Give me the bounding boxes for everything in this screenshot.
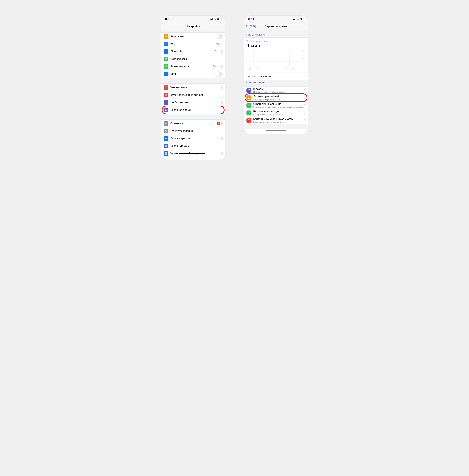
option-row-clock[interactable]: В покоеПланируйте время не за экраном. [244,86,308,94]
settings-row-speaker[interactable]: Звуки, тактильные сигналы [161,91,225,99]
row-label: Экран «Домой» [170,144,221,148]
chevron-right-icon [221,51,223,52]
wifi-icon [214,18,217,20]
updated-footer: Обновлено: сегодня, 15:14 [244,80,308,86]
settings-row-bell[interactable]: Уведомления [161,84,225,91]
row-label: Звуки, тактильные сигналы [170,93,221,97]
settings-row-antenna[interactable]: Сотовая связь [161,55,225,63]
settings-row-airplane[interactable]: Авиарежим [161,33,225,40]
row-sublabel: Блокируйте неуместный контент. [253,121,304,123]
hourglass-icon [246,95,251,100]
usage-summary: В среднем за день 0 мин ПВСЧПСВ 2 ч1 ч0 … [244,37,308,80]
settings-row-bluetooth[interactable]: BluetoothВкл. [161,48,225,55]
chart-y-tick: 0 [302,65,306,67]
hourglass-icon [163,108,168,112]
bell-icon [163,85,168,90]
row-label: Wi-Fi [170,42,216,46]
chevron-right-icon [304,104,306,106]
option-row-check[interactable]: Разрешенные всегдаВыберите ПО, нужное вс… [244,109,308,117]
chevron-right-icon [221,137,223,140]
row-label: Разрешенные всегда [253,110,304,113]
chevron-right-icon [304,75,306,77]
chart-x-tick: В [254,68,261,70]
back-button[interactable]: Назад [245,24,256,28]
option-row-person[interactable]: Ограничения общенияУстановите ограничени… [244,102,308,109]
row-badge: 1 [217,122,220,125]
toggle-switch[interactable] [215,34,223,39]
back-label: Назад [248,24,256,28]
antenna-icon [163,57,168,61]
chevron-right-icon [221,122,223,125]
chevron-right-icon [304,112,306,114]
settings-row-aa[interactable]: Экран и яркость [161,135,225,142]
settings-row-gear[interactable]: Основные1 [161,120,225,127]
link-icon [163,64,168,69]
airplane-icon [163,34,168,39]
row-sublabel: Установите ограничения на основе своих к… [253,106,304,108]
usage-chart: ПВСЧПСВ 2 ч1 ч0 [246,50,306,67]
nav-header: Назад Экранное время [244,22,308,30]
chevron-right-icon [221,94,223,96]
redaction-bar [180,153,205,154]
chart-x-tick: С [282,68,290,70]
toggle-switch[interactable] [215,71,223,77]
see-all-activity[interactable]: См. всю активность [244,72,308,80]
chevron-right-icon [221,109,223,111]
option-row-hourglass[interactable]: Лимиты приложенийЛимитируйте время для П… [244,94,308,102]
vpn-icon [163,72,168,76]
battery-icon [217,18,221,20]
settings-group-connectivity: АвиарежимWi-FifmkBluetoothВкл.Сотовая св… [161,33,225,78]
settings-group-notifications: УведомленияЗвуки, тактильные сигналыНе б… [161,84,225,114]
see-all-label: См. всю активность [246,75,304,78]
status-bar: 15:14 [244,16,308,22]
chevron-right-icon [221,43,223,45]
status-bar: 15:13 [161,16,225,22]
option-row-nope[interactable]: Контент и конфиденциальностьБлокируйте н… [244,117,308,124]
toggles-icon [163,129,168,133]
row-detail: Выкл. [213,65,220,68]
settings-group-general: Основные1Пункт управленияЭкран и яркость… [161,119,225,157]
avg-label: В среднем за день [246,40,306,42]
settings-row-moon[interactable]: Не беспокоить [161,99,225,106]
row-sublabel: Выберите ПО, нужное всегда. [253,113,304,116]
row-label: Основные [170,122,217,125]
row-label: В покое [253,87,304,91]
chart-x-tick: П [275,68,282,70]
chevron-right-icon [221,86,223,88]
avg-value: 0 мин [246,43,306,49]
chart-x-tick: П [246,68,254,70]
row-sublabel: Лимитируйте время для ПО. [253,98,304,101]
gear-icon [163,121,168,126]
settings-row-grid[interactable]: Экран «Домой» [161,142,225,150]
chart-y-tick: 2 ч [302,50,306,52]
chart-x-tick: В [290,68,297,70]
phone-settings: 15:13 Настройки АвиарежимWi-FifmkBluetoo… [161,16,225,160]
nav-header: Настройки [161,22,225,30]
row-label: Ограничения общения [253,102,304,106]
settings-row-hourglass[interactable]: Экранное время [161,106,225,114]
phone-screentime: 15:14 Назад Экранное время IPHONE (ВАЛЕР… [244,16,308,134]
status-time: 15:13 [165,18,171,20]
access-icon [163,151,168,156]
row-sublabel: Планируйте время не за экраном. [253,91,304,93]
chevron-right-icon [304,119,306,121]
person-icon [246,103,251,108]
row-label: VPN [170,72,215,76]
row-detail: Вкл. [215,50,220,53]
chevron-right-icon [304,97,306,99]
check-icon [246,110,251,115]
row-label: Не беспокоить [170,101,221,104]
row-detail: fmk [216,42,220,46]
device-header: IPHONE (ВАЛЕРИЯ) [244,30,308,37]
settings-row-link[interactable]: Режим модемаВыкл. [161,63,225,70]
row-label: Bluetooth [170,50,215,53]
settings-row-vpn[interactable]: VPN [161,70,225,78]
settings-row-toggles[interactable]: Пункт управления [161,127,225,135]
home-indicator[interactable] [266,131,287,131]
row-label: Лимиты приложений [253,95,304,98]
nope-icon [246,118,251,123]
grid-icon [163,144,168,148]
settings-row-wifi[interactable]: Wi-Fifmk [161,40,225,48]
row-label: Режим модема [170,65,213,68]
chevron-right-icon [221,130,223,132]
